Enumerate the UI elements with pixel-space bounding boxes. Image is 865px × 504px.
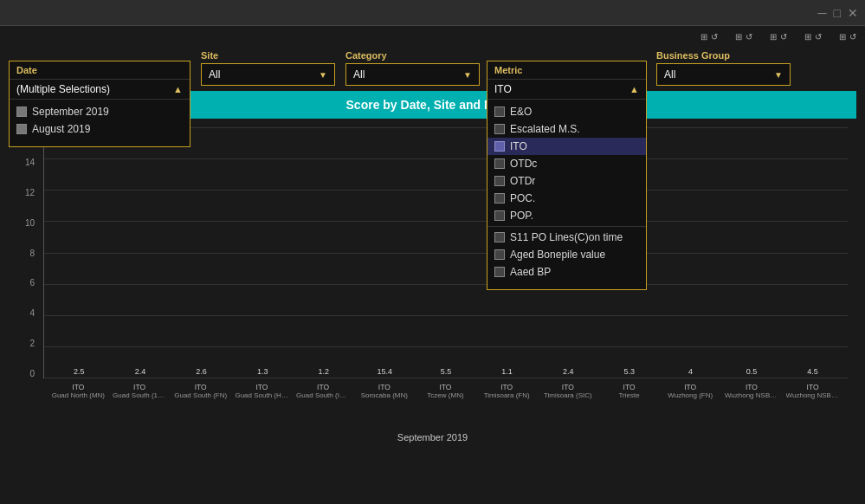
bar-group-0[interactable]: 2.5 bbox=[48, 367, 110, 378]
bar-value-9: 5.3 bbox=[624, 367, 636, 376]
bar-group-10[interactable]: 4 bbox=[660, 367, 721, 378]
bar-group-8[interactable]: 2.4 bbox=[538, 367, 599, 378]
bar-value-1: 2.4 bbox=[135, 367, 146, 376]
metric-dropdown-header: Metric bbox=[487, 61, 646, 80]
metric-option-eo[interactable]: E&O bbox=[487, 103, 646, 120]
metric-option-aaedbp[interactable]: Aaed BP bbox=[487, 263, 646, 281]
date-dropdown-header: Date bbox=[10, 61, 190, 80]
businessgroup-filter-label: Business Group bbox=[656, 50, 791, 61]
site-filter[interactable]: Site All ▼ bbox=[201, 50, 335, 86]
metric-option-s11[interactable]: S11 PO Lines(C)on time bbox=[487, 229, 646, 246]
bar-label-line2-12: Wuzhong NSB (... bbox=[786, 391, 840, 399]
site-filter-icon[interactable]: ⊞ bbox=[735, 32, 742, 42]
metric-option-ito-checkbox[interactable] bbox=[494, 141, 505, 152]
metric-option-ito-label: ITO bbox=[510, 140, 527, 152]
metric-option-aged[interactable]: Aged Bonepile value bbox=[487, 246, 646, 263]
metric-dropdown-collapse-arrow[interactable]: ▲ bbox=[629, 84, 639, 94]
site-dropdown-arrow: ▼ bbox=[319, 70, 327, 80]
bar-value-3: 1.3 bbox=[257, 367, 268, 376]
metric-refresh-icon[interactable]: ↺ bbox=[815, 32, 822, 42]
bar-label-line1-3: ITO bbox=[255, 383, 268, 391]
metric-option-otdr[interactable]: OTDr bbox=[487, 172, 646, 190]
businessgroup-refresh-icon[interactable]: ↺ bbox=[849, 32, 856, 42]
bar-label-group-12: ITOWuzhong NSB (... bbox=[782, 380, 843, 430]
bar-value-7: 1.1 bbox=[501, 367, 513, 376]
date-dropdown-label: Date bbox=[16, 65, 37, 75]
metric-dropdown-open: Metric ITO ▲ E&O Escalated M.S. ITO OTDc bbox=[487, 61, 647, 290]
bar-group-3[interactable]: 1.3 bbox=[232, 367, 294, 378]
close-icon[interactable]: ✕ bbox=[848, 6, 858, 20]
chart-plot: 2.52.42.61.31.215.45.51.12.45.340.54.5 bbox=[43, 127, 848, 378]
bar-value-2: 2.6 bbox=[196, 367, 207, 376]
y-tick-4: 4 bbox=[29, 308, 35, 318]
businessgroup-filter-value: All bbox=[664, 68, 675, 81]
bar-value-4: 1.2 bbox=[318, 367, 329, 376]
bar-group-2[interactable]: 2.6 bbox=[171, 367, 232, 378]
maximize-icon[interactable]: □ bbox=[834, 6, 841, 20]
bar-group-9[interactable]: 5.3 bbox=[598, 367, 660, 378]
category-filter-icon[interactable]: ⊞ bbox=[770, 32, 777, 42]
date-option-aug2019-checkbox[interactable] bbox=[16, 124, 27, 134]
metric-option-poc-checkbox[interactable] bbox=[494, 193, 505, 204]
metric-option-otdc-checkbox[interactable] bbox=[494, 158, 505, 169]
metric-header-icons: ⊞ ↺ bbox=[804, 28, 822, 45]
metric-option-escalatedms[interactable]: Escalated M.S. bbox=[487, 120, 646, 138]
y-axis: 1614121086420 bbox=[9, 127, 39, 378]
window-controls[interactable]: ─ □ ✕ bbox=[818, 6, 858, 20]
y-tick-14: 14 bbox=[25, 158, 35, 167]
bar-label-line1-4: ITO bbox=[317, 383, 329, 391]
category-filter-select[interactable]: All ▼ bbox=[345, 63, 480, 86]
metric-option-poc[interactable]: POC. bbox=[487, 190, 646, 207]
businessgroup-filter-icon[interactable]: ⊞ bbox=[839, 32, 846, 42]
y-tick-8: 8 bbox=[29, 249, 35, 258]
site-filter-value: All bbox=[209, 68, 220, 81]
category-filter[interactable]: Category All ▼ bbox=[345, 50, 480, 86]
site-refresh-icon[interactable]: ↺ bbox=[746, 32, 752, 42]
bar-group-11[interactable]: 0.5 bbox=[721, 367, 783, 378]
metric-option-eo-checkbox[interactable] bbox=[494, 107, 505, 117]
bar-label-group-10: ITOWuzhong (FN) bbox=[660, 380, 721, 430]
bar-group-1[interactable]: 2.4 bbox=[110, 367, 171, 378]
bar-group-5[interactable]: 15.4 bbox=[354, 367, 416, 378]
date-filter-icon[interactable]: ⊞ bbox=[700, 32, 707, 42]
metric-option-s11-checkbox[interactable] bbox=[494, 232, 505, 242]
bar-label-line2-5: Sorocaba (MN) bbox=[361, 391, 408, 399]
date-option-sep2019-checkbox[interactable] bbox=[16, 107, 27, 117]
date-option-aug2019[interactable]: August 2019 bbox=[16, 120, 183, 138]
bar-label-group-11: ITOWuzhong NSB (... bbox=[721, 380, 783, 430]
bar-group-12[interactable]: 4.5 bbox=[782, 367, 843, 378]
businessgroup-filter[interactable]: Business Group All ▼ bbox=[656, 50, 791, 86]
metric-option-pop[interactable]: POP. bbox=[487, 207, 646, 224]
minimize-icon[interactable]: ─ bbox=[818, 6, 827, 20]
bar-label-line2-2: Guad South (FN) bbox=[174, 391, 227, 399]
bar-label-line1-2: ITO bbox=[195, 383, 207, 391]
bar-group-6[interactable]: 5.5 bbox=[416, 367, 477, 378]
bar-label-group-9: ITOTrieste bbox=[598, 380, 660, 430]
metric-filter-icon[interactable]: ⊞ bbox=[804, 32, 811, 42]
metric-option-pop-checkbox[interactable] bbox=[494, 210, 505, 221]
metric-option-ito[interactable]: ITO bbox=[487, 138, 646, 155]
bar-group-7[interactable]: 1.1 bbox=[476, 367, 538, 378]
category-refresh-icon[interactable]: ↺ bbox=[780, 32, 787, 42]
date-multiple-selection-text: (Multiple Selections) bbox=[16, 83, 110, 95]
metric-option-aaedbp-checkbox[interactable] bbox=[494, 267, 505, 277]
date-refresh-icon[interactable]: ↺ bbox=[711, 32, 718, 42]
businessgroup-filter-select[interactable]: All ▼ bbox=[656, 63, 791, 86]
date-option-sep2019[interactable]: September 2019 bbox=[16, 103, 183, 120]
metric-option-otdr-checkbox[interactable] bbox=[494, 176, 505, 186]
metric-option-otdc-label: OTDc bbox=[510, 158, 537, 170]
metric-option-escalatedms-label: Escalated M.S. bbox=[510, 123, 580, 135]
x-axis-title: September 2019 bbox=[9, 432, 856, 443]
bar-value-0: 2.5 bbox=[74, 367, 85, 376]
metric-option-otdc[interactable]: OTDc bbox=[487, 155, 646, 172]
date-header-icons: ⊞ ↺ bbox=[700, 28, 718, 45]
site-filter-select[interactable]: All ▼ bbox=[201, 63, 335, 86]
bar-label-line2-11: Wuzhong NSB (... bbox=[725, 391, 778, 399]
header-icons-row: ⊞ ↺ ⊞ ↺ ⊞ ↺ ⊞ ↺ ⊞ ↺ bbox=[0, 26, 865, 45]
bar-group-4[interactable]: 1.2 bbox=[293, 367, 354, 378]
metric-option-aged-checkbox[interactable] bbox=[494, 249, 505, 260]
metric-option-eo-label: E&O bbox=[510, 106, 532, 118]
date-dropdown-collapse-arrow[interactable]: ▲ bbox=[173, 84, 183, 94]
category-dropdown-arrow: ▼ bbox=[463, 70, 472, 80]
metric-option-escalatedms-checkbox[interactable] bbox=[494, 124, 505, 134]
